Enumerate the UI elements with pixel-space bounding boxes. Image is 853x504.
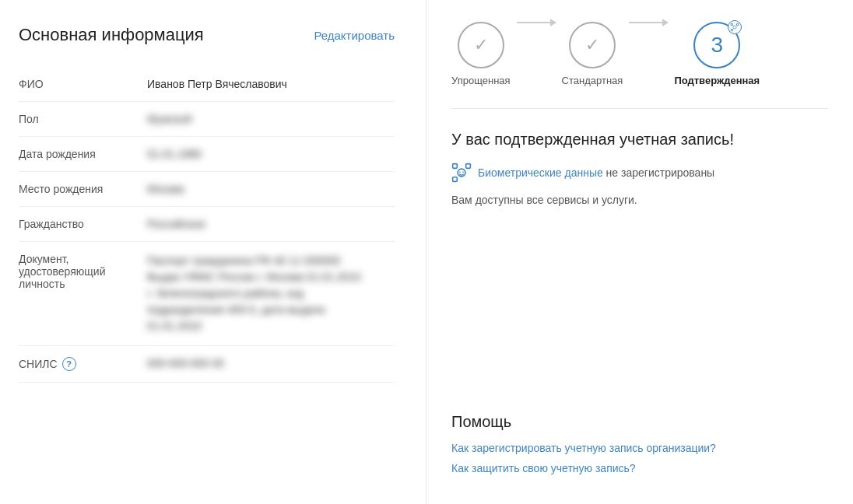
checkmark-icon-1: ✓	[474, 37, 488, 54]
svg-rect-2	[731, 29, 732, 30]
field-value-birthplace: Москва	[147, 172, 395, 207]
step-standard: ✓ Стандартная	[562, 22, 623, 86]
field-label-dob: Дата рождения	[19, 137, 147, 172]
svg-point-3	[733, 26, 736, 29]
step-arrow-1	[517, 22, 556, 40]
face-scan-icon	[451, 163, 472, 183]
step-circle-3: 3	[693, 22, 740, 68]
edit-link[interactable]: Редактировать	[314, 29, 395, 42]
table-row: Место рождения Москва	[19, 172, 395, 207]
verification-steps: ✓ Упрощенная ✓ Стандартная	[451, 22, 828, 109]
field-label-fio: ФИО	[19, 67, 147, 102]
step-circle-1: ✓	[458, 22, 504, 68]
field-label-pol: Пол	[19, 102, 147, 137]
table-row: Пол Мужской	[19, 102, 395, 137]
section-title: Основная информация	[19, 25, 204, 45]
help-section: Помощь Как зарегистрировать учетную запи…	[451, 413, 828, 482]
biometric-suffix: не зарегистрированы	[603, 166, 714, 179]
arrow-line-1	[517, 22, 556, 23]
field-value-document: Паспорт гражданина РФ 40 11 000000 Выдан…	[147, 242, 395, 346]
step-arrow-2	[629, 22, 668, 40]
help-title: Помощь	[451, 413, 828, 431]
field-label-citizenship: Гражданство	[19, 207, 147, 242]
step-label-1: Упрощенная	[451, 75, 511, 86]
biometric-row: Биометрические данные не зарегистрирован…	[451, 163, 828, 183]
field-label-document: Документ,удостоверяющийличность	[19, 242, 147, 346]
help-link-protect[interactable]: Как защитить свою учетную запись?	[451, 462, 828, 474]
field-label-snils: СНИЛС ?	[19, 346, 147, 383]
field-value-pol: Мужской	[147, 102, 395, 137]
svg-rect-1	[737, 23, 739, 25]
field-value-snils: 000-000-000 00	[147, 346, 395, 383]
field-value-dob: 01.01.1980	[147, 137, 395, 172]
field-label-birthplace: Место рождения	[19, 172, 147, 207]
info-table: ФИО Иванов Петр Вячеславович Пол Мужской…	[19, 67, 395, 383]
step-label-2: Стандартная	[562, 75, 623, 86]
table-row: СНИЛС ? 000-000-000 00	[19, 346, 395, 383]
snils-text: СНИЛС	[19, 358, 58, 370]
table-row: Документ,удостоверяющийличность Паспорт …	[19, 242, 395, 346]
step-simplified: ✓ Упрощенная	[451, 22, 511, 86]
table-row: Гражданство Российское	[19, 207, 395, 242]
snils-help-icon[interactable]: ?	[62, 357, 76, 371]
svg-rect-5	[466, 164, 471, 169]
svg-rect-4	[453, 164, 458, 169]
table-row: ФИО Иванов Петр Вячеславович	[19, 67, 395, 102]
services-text: Вам доступны все сервисы и услуги.	[451, 194, 828, 206]
checkmark-icon-2: ✓	[585, 37, 599, 54]
svg-point-8	[459, 171, 461, 173]
help-link-org[interactable]: Как зарегистрировать учетную запись орга…	[451, 442, 828, 454]
svg-point-9	[462, 171, 464, 173]
svg-rect-0	[731, 23, 732, 25]
arrow-line-2	[629, 22, 668, 23]
face-scan-badge	[728, 20, 742, 34]
biometric-text: Биометрические данные не зарегистрирован…	[478, 166, 714, 179]
left-panel: Основная информация Редактировать ФИО Ив…	[0, 0, 426, 504]
biometric-link[interactable]: Биометрические данные	[478, 166, 603, 179]
step-number-3: 3	[711, 33, 723, 58]
right-panel: ✓ Упрощенная ✓ Стандартная	[426, 0, 853, 504]
svg-rect-6	[453, 177, 458, 182]
step-label-3: Подтвержденная	[674, 75, 760, 86]
field-value-citizenship: Российское	[147, 207, 395, 242]
step-confirmed: 3 Подтвержденная	[674, 22, 760, 86]
section-header: Основная информация Редактировать	[19, 25, 395, 45]
confirmed-title: У вас подтвержденная учетная запись!	[451, 131, 828, 149]
table-row: Дата рождения 01.01.1980	[19, 137, 395, 172]
step-circle-2: ✓	[569, 22, 616, 68]
field-value-fio: Иванов Петр Вячеславович	[147, 67, 395, 102]
